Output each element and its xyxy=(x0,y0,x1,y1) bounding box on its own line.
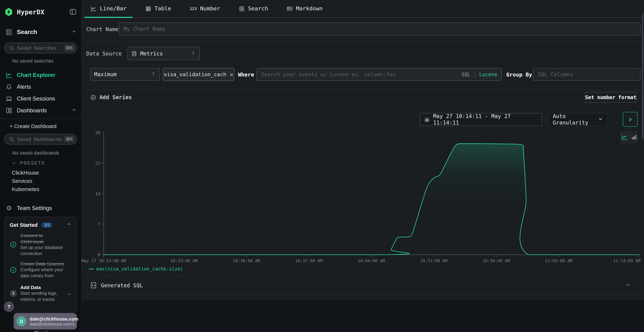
svg-text:10:51:00 AM: 10:51:00 AM xyxy=(420,258,448,263)
no-saved-dashboards-note: No saved dashboards xyxy=(12,150,81,156)
date-range-picker[interactable]: May 27 10:14:11 - May 27 11:14:11 xyxy=(420,113,542,126)
tab-table[interactable]: Table xyxy=(139,0,177,17)
no-saved-searches-note: No saved searches xyxy=(12,58,81,64)
svg-text:10:30:00 AM: 10:30:00 AM xyxy=(233,258,260,263)
user-profile-card[interactable]: D dale@clickhouse.com dale@clickhouse.co… xyxy=(14,313,77,330)
sidebar-item-team-settings[interactable]: ⚙ Team Settings xyxy=(5,204,77,213)
hyperdx-logo-icon xyxy=(4,7,13,16)
saved-dashboards-input[interactable]: Saved Dashboards ⌘K xyxy=(4,134,77,144)
code-icon xyxy=(90,282,97,289)
team-settings-label: Team Settings xyxy=(17,205,52,212)
aggregation-value: Maximum xyxy=(94,71,117,78)
tab-label: Search xyxy=(248,5,268,12)
get-started-step-3[interactable]: 3 Add Data Start sending logs, metrics, … xyxy=(10,284,72,302)
journal-icon xyxy=(5,28,12,36)
add-series-label: Add Series xyxy=(100,94,132,100)
data-source-select[interactable]: Metrics xyxy=(127,47,200,60)
logo-row: HyperDX xyxy=(4,5,77,18)
svg-text:10:23:00 AM: 10:23:00 AM xyxy=(170,258,198,263)
group-by-input[interactable] xyxy=(533,68,640,81)
sql-mode-button[interactable]: SQL xyxy=(461,72,470,77)
scrollbar-thumb[interactable] xyxy=(642,14,643,139)
sidebar-divider xyxy=(0,118,81,119)
step-desc: Start sending logs, metrics, or traces xyxy=(20,290,66,302)
sidebar-item-preset-kubernetes[interactable]: Kubernetes xyxy=(12,185,81,193)
generated-sql-label: Generated SQL xyxy=(101,282,143,288)
metric-tag[interactable]: visa_validation_cach ✕ xyxy=(163,68,234,81)
svg-text:28: 28 xyxy=(95,130,100,135)
get-started-header[interactable]: Get Started 2/3 xyxy=(10,222,72,228)
sidebar-item-preset-services[interactable]: Services xyxy=(12,177,81,185)
step-title: Add Data xyxy=(20,284,66,290)
chart-svg[interactable]: 07142128May 27 10:14:00 AM10:23:00 AM10:… xyxy=(89,130,644,264)
step-title: Create Data Sources xyxy=(20,261,66,267)
tab-markdown[interactable]: Markdown xyxy=(280,0,328,17)
tab-number[interactable]: 123 Number xyxy=(184,0,226,17)
run-query-button[interactable] xyxy=(623,112,638,127)
sidebar: HyperDX Search Saved Searches ⌘K No save… xyxy=(0,0,82,332)
create-dashboard-button[interactable]: + Create Dashboard xyxy=(10,122,81,131)
close-icon[interactable]: ✕ xyxy=(230,71,233,78)
gear-icon: ⚙ xyxy=(5,204,12,212)
get-started-card: Get Started 2/3 Connect to ClickHouse Se… xyxy=(4,217,77,312)
list-icon xyxy=(239,6,245,12)
presets-toggle[interactable]: PRESETS xyxy=(12,161,81,166)
select-chevrons-icon xyxy=(151,71,156,78)
kbd-shortcut: ⌘K xyxy=(64,45,74,51)
bell-icon xyxy=(5,83,12,90)
sidebar-collapse-icon[interactable] xyxy=(69,8,77,16)
saved-dashboards-placeholder: Saved Dashboards xyxy=(17,136,64,142)
lucene-mode-button[interactable]: Lucene xyxy=(479,72,497,77)
database-icon xyxy=(131,50,137,56)
chevron-right-icon: › xyxy=(72,318,74,324)
presets-label: PRESETS xyxy=(20,161,45,166)
sidebar-item-preset-clickhouse[interactable]: ClickHouse xyxy=(12,168,81,177)
chevron-up-icon[interactable] xyxy=(71,28,77,36)
hyperdx-app: HyperDX Search Saved Searches ⌘K No save… xyxy=(0,0,644,332)
sidebar-section-search[interactable]: Search xyxy=(5,28,77,36)
group-by-label: Group By xyxy=(506,72,532,78)
tab-label: Number xyxy=(200,5,220,12)
tab-search[interactable]: Search xyxy=(232,0,274,17)
sidebar-item-client-sessions[interactable]: Client Sessions xyxy=(0,93,81,104)
divider xyxy=(86,294,640,295)
chevron-down-icon[interactable] xyxy=(626,282,631,289)
chart-name-input[interactable] xyxy=(119,22,640,36)
progress-badge: 2/3 xyxy=(41,222,52,228)
date-range-value: May 27 10:14:11 - May 27 11:14:11 xyxy=(433,113,538,126)
generated-sql-expander[interactable]: Generated SQL xyxy=(86,276,640,294)
data-source-value: Metrics xyxy=(140,50,163,57)
kbd-shortcut: ⌘K xyxy=(64,136,74,142)
chevron-up-icon[interactable] xyxy=(71,107,77,114)
sidebar-item-dashboards[interactable]: Dashboards xyxy=(0,104,81,116)
line-chart-icon xyxy=(90,6,96,12)
get-started-step-1[interactable]: Connect to ClickHouse Set up your databa… xyxy=(10,232,72,256)
chevron-up-icon[interactable] xyxy=(66,222,72,228)
add-series-button[interactable]: Add Series xyxy=(90,92,132,102)
step-desc: Set up your database connection xyxy=(20,245,66,256)
svg-text:21: 21 xyxy=(95,161,100,166)
bottom-strip xyxy=(82,300,644,332)
divider xyxy=(86,41,640,42)
get-started-step-2[interactable]: Create Data Sources Configure where your… xyxy=(10,261,72,279)
saved-searches-input[interactable]: Saved Searches ⌘K xyxy=(4,42,77,53)
set-number-format-button[interactable]: Set number format xyxy=(584,92,637,103)
tab-line-bar[interactable]: Line/Bar xyxy=(84,0,132,17)
svg-text:14: 14 xyxy=(95,192,100,196)
legend-line-swatch xyxy=(89,268,94,269)
svg-text:10:44:00 AM: 10:44:00 AM xyxy=(358,258,385,263)
sidebar-item-alerts[interactable]: Alerts xyxy=(0,81,81,93)
chart-name-label: Chart Name xyxy=(86,26,118,32)
user-email: dale@clickhouse.com xyxy=(30,316,72,322)
step-desc: Configure where your data comes from xyxy=(20,267,66,279)
help-button[interactable]: ? xyxy=(4,302,14,312)
aggregation-select[interactable]: Maximum xyxy=(90,68,160,81)
arrow-right-icon: → xyxy=(66,290,72,296)
number-123-icon: 123 xyxy=(190,6,197,11)
avatar: D xyxy=(16,316,26,326)
legend-label: max(visa_validation_cache.size) xyxy=(96,266,183,272)
svg-text:7: 7 xyxy=(98,222,100,227)
svg-text:11:05:00 AM: 11:05:00 AM xyxy=(545,258,572,263)
sidebar-item-chart-explorer[interactable]: Chart Explorer xyxy=(0,69,81,81)
granularity-select[interactable]: Auto Granularity xyxy=(548,113,608,126)
